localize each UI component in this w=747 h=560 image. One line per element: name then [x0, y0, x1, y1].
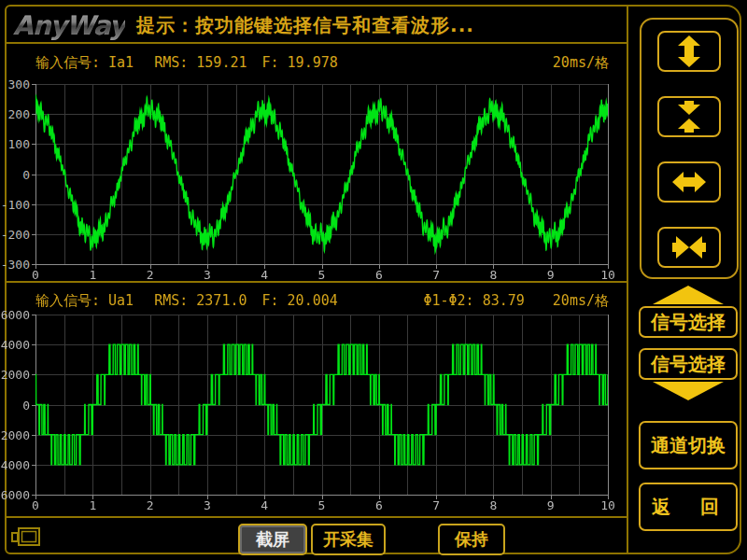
- back-button[interactable]: 返 回: [639, 483, 738, 531]
- channel2-readout-row: 输入信号: Ua1 RMS: 2371.0 F: 20.004 Φ1-Φ2: 8…: [35, 290, 609, 311]
- channel-switch-label: 通道切换: [651, 433, 726, 458]
- y-tick-label: 0: [22, 168, 30, 182]
- signal-select-down-label: 信号选择: [651, 352, 726, 377]
- hold-button-label: 保持: [455, 528, 488, 551]
- y-tick-label: 200: [8, 107, 30, 121]
- channel1-y-axis-labels: 3002001000-100-200-300: [0, 84, 32, 272]
- vertical-compress-button[interactable]: [657, 96, 721, 137]
- horizontal-expand-button[interactable]: [657, 161, 721, 203]
- horizontal-compress-button[interactable]: [657, 227, 721, 268]
- y-tick-label: 300: [8, 77, 30, 91]
- channel2-signal-label: 输入信号: Ua1: [35, 292, 134, 310]
- vertical-expand-icon: [672, 35, 706, 68]
- y-tick-label: 0: [22, 399, 30, 413]
- triangle-down-icon: [653, 382, 724, 400]
- channel2-frequency-value: F: 20.004: [262, 292, 338, 309]
- signal-select-up-label: 信号选择: [651, 310, 726, 335]
- header-prompt-text: 提示：按功能键选择信号和查看波形...: [136, 13, 474, 38]
- y-tick-label: -4000: [0, 458, 30, 472]
- anyway-logo: AnyWay: [13, 10, 125, 41]
- channel2-y-axis-labels: 6000400020000-2000-4000-6000: [0, 315, 32, 502]
- channel2-timebase: 20ms/格: [553, 292, 609, 310]
- triangle-up-icon: [653, 286, 724, 304]
- channel-switch-button[interactable]: 通道切换: [639, 421, 738, 469]
- x-tick-label: 3: [195, 498, 219, 512]
- y-tick-label: 100: [8, 137, 30, 151]
- signal-select-down-button[interactable]: 信号选择: [639, 348, 738, 400]
- header-bar: AnyWay 提示：按功能键选择信号和查看波形...: [13, 7, 620, 43]
- y-tick-label: -2000: [0, 428, 30, 442]
- x-tick-label: 10: [596, 498, 620, 512]
- y-tick-label: 6000: [1, 308, 30, 322]
- x-tick-label: 9: [539, 498, 563, 512]
- x-tick-label: 0: [23, 498, 48, 512]
- x-tick-label: 7: [424, 498, 448, 512]
- x-tick-label: 0: [23, 268, 48, 282]
- x-tick-label: 4: [252, 498, 276, 512]
- x-tick-label: 4: [252, 268, 276, 282]
- screenshot-button-label: 截屏: [256, 528, 289, 551]
- hold-button[interactable]: 保持: [438, 524, 505, 555]
- channel1-x-axis-labels: 012345678910: [30, 268, 611, 281]
- x-tick-label: 5: [310, 498, 334, 512]
- channel1-signal-label: 输入信号: Ia1: [35, 54, 134, 72]
- sidebar-divider-line: [627, 5, 628, 553]
- vertical-expand-button[interactable]: [657, 31, 721, 72]
- y-tick-label: 2000: [1, 368, 30, 382]
- x-tick-label: 1: [80, 498, 105, 512]
- horizontal-expand-icon: [671, 165, 707, 199]
- back-button-label: 返 回: [652, 495, 725, 520]
- vertical-compress-icon: [672, 100, 706, 133]
- x-tick-label: 6: [367, 498, 391, 512]
- x-tick-label: 6: [367, 268, 391, 282]
- battery-icon: [10, 525, 42, 549]
- channel2-x-axis-labels: 012345678910: [30, 498, 611, 511]
- power-analyzer-screen: AnyWay 提示：按功能键选择信号和查看波形... 输入信号: Ia1 RMS…: [0, 0, 747, 560]
- y-tick-label: -200: [1, 228, 30, 242]
- x-tick-label: 9: [539, 268, 563, 282]
- ua1-waveform-canvas: [30, 315, 611, 502]
- screenshot-button[interactable]: 截屏: [238, 524, 307, 555]
- x-tick-label: 1: [80, 268, 105, 282]
- x-tick-label: 10: [596, 268, 620, 282]
- footer-separator-line: [5, 516, 627, 518]
- zoom-button-panel: [640, 18, 739, 279]
- channel2-phase-value: Φ1-Φ2: 83.79: [423, 292, 524, 309]
- start-acquisition-button-label: 开采集: [323, 528, 374, 551]
- channel1-readout-row: 输入信号: Ia1 RMS: 159.21 F: 19.978 20ms/格: [35, 52, 609, 73]
- ia1-waveform-canvas: [30, 84, 611, 272]
- horizontal-compress-icon: [671, 231, 707, 264]
- y-tick-label: 4000: [1, 338, 30, 352]
- signal-select-up-button[interactable]: 信号选择: [639, 286, 738, 338]
- x-tick-label: 5: [310, 268, 334, 282]
- x-tick-label: 3: [195, 268, 219, 282]
- channel2-rms-value: RMS: 2371.0: [154, 292, 247, 309]
- x-tick-label: 2: [138, 268, 162, 282]
- start-acquisition-button[interactable]: 开采集: [311, 524, 386, 555]
- x-tick-label: 8: [481, 498, 505, 512]
- x-tick-label: 7: [424, 268, 448, 282]
- x-tick-label: 8: [481, 268, 505, 282]
- x-tick-label: 2: [138, 498, 162, 512]
- y-tick-label: -100: [1, 198, 30, 212]
- channel1-frequency-value: F: 19.978: [262, 54, 338, 71]
- channel1-timebase: 20ms/格: [553, 54, 609, 72]
- channel1-rms-value: RMS: 159.21: [154, 54, 247, 71]
